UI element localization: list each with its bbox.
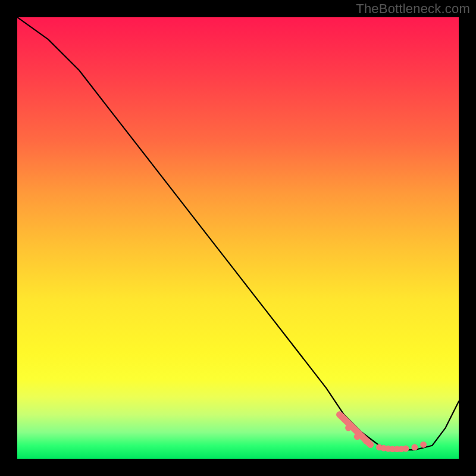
chart-frame: TheBottleneck.com	[0, 0, 476, 476]
marker-run	[340, 415, 371, 445]
marker-dot	[403, 446, 409, 452]
marker-dot	[411, 444, 418, 450]
plot-area	[17, 17, 459, 459]
bottleneck-curve	[17, 17, 459, 450]
plot-svg	[17, 17, 459, 459]
marker-layer	[336, 411, 427, 452]
marker-dot	[420, 441, 427, 448]
attribution-label: TheBottleneck.com	[356, 1, 470, 17]
